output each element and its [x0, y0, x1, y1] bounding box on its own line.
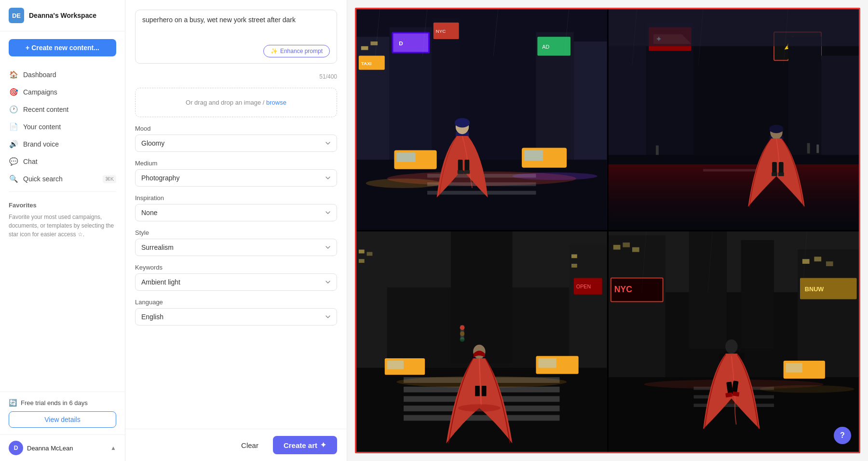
brand-voice-icon: 🔊	[9, 140, 18, 149]
workspace-name: Deanna's Workspace	[29, 12, 96, 19]
quick-search-icon: 🔍	[9, 175, 18, 183]
enhance-prompt-button[interactable]: ✨ Enhance prompt	[263, 45, 330, 57]
svg-rect-106	[741, 240, 774, 349]
svg-rect-51	[703, 169, 764, 172]
favorites-title: Favorites	[9, 202, 116, 209]
svg-rect-59	[778, 162, 783, 174]
language-select[interactable]: English Spanish French German Italian	[135, 308, 337, 325]
svg-text:NYC: NYC	[614, 284, 632, 294]
recent-icon: 🕐	[9, 105, 18, 114]
generated-image-4[interactable]: NYC BNUW	[609, 231, 859, 452]
sidebar-item-label-quick-search: Quick search	[23, 175, 63, 183]
svg-rect-91	[538, 358, 556, 368]
view-details-button[interactable]: View details	[9, 411, 116, 428]
svg-rect-2	[361, 46, 368, 50]
sidebar-divider	[9, 191, 116, 192]
workspace-avatar: DE	[9, 8, 24, 23]
keywords-label: Keywords	[135, 264, 337, 271]
inspiration-field: Inspiration None Classic Modern Abstract…	[135, 194, 337, 221]
prompt-actions: ✨ Enhance prompt	[142, 45, 330, 57]
svg-rect-61	[778, 173, 784, 176]
content-area: superhero on a busy, wet new york street…	[125, 0, 868, 461]
sidebar-header: DE Deanna's Workspace	[0, 0, 125, 31]
svg-rect-50	[609, 164, 859, 230]
style-field: Style Surrealism Realism Impressionism M…	[135, 229, 337, 256]
svg-rect-33	[464, 160, 469, 172]
svg-rect-101	[623, 242, 630, 247]
inspiration-select[interactable]: None Classic Modern Abstract Vintage	[135, 204, 337, 221]
svg-point-129	[712, 398, 750, 404]
mood-field: Mood Gloomy Happy Dramatic Calm Mysterio…	[135, 125, 337, 152]
svg-rect-58	[772, 162, 777, 174]
enhance-label: Enhance prompt	[280, 48, 323, 54]
svg-rect-53	[807, 143, 810, 154]
svg-text:TAXI: TAXI	[361, 61, 372, 66]
dashboard-icon: 🏠	[9, 70, 18, 79]
enhance-icon: ✨	[271, 48, 278, 54]
svg-rect-24	[427, 191, 536, 195]
svg-rect-105	[689, 231, 726, 349]
sidebar-item-label-campaigns: Campaigns	[23, 88, 57, 96]
sidebar-item-quick-search[interactable]: 🔍 Quick search ⌘K	[0, 170, 125, 188]
svg-rect-35	[464, 170, 470, 174]
favorites-section: Favorites Favorite your most used campai…	[0, 196, 125, 244]
mood-label: Mood	[135, 125, 337, 132]
svg-rect-28	[524, 150, 543, 161]
medium-label: Medium	[135, 160, 337, 167]
svg-rect-54	[816, 145, 819, 153]
sidebar-item-recent[interactable]: 🕐 Recent content	[0, 101, 125, 118]
keywords-select[interactable]: Ambient light Neon lights Natural light …	[135, 273, 337, 291]
generated-image-2[interactable]: ✦	[609, 9, 859, 230]
medium-field: Medium Photography Digital Art Oil Paint…	[135, 160, 337, 187]
mood-select[interactable]: Gloomy Happy Dramatic Calm Mysterious	[135, 135, 337, 152]
sidebar-item-label-dashboard: Dashboard	[23, 71, 56, 79]
svg-rect-34	[458, 170, 463, 174]
style-label: Style	[135, 229, 337, 236]
sidebar-footer: 🔄 Free trial ends in 6 days View details	[0, 392, 125, 434]
browse-link[interactable]: browse	[266, 99, 286, 106]
sidebar-item-label-brand-voice: Brand voice	[23, 140, 59, 148]
svg-rect-26	[396, 152, 415, 162]
sidebar-item-chat[interactable]: 💬 Chat	[0, 153, 125, 170]
svg-point-74	[460, 331, 465, 336]
svg-point-94	[458, 404, 501, 412]
create-art-button[interactable]: Create art ✦	[273, 436, 337, 454]
svg-rect-70	[367, 252, 373, 256]
svg-rect-68	[359, 249, 365, 253]
sidebar-item-campaigns[interactable]: 🎯 Campaigns	[0, 83, 125, 101]
svg-rect-120	[786, 363, 802, 372]
clear-button[interactable]: Clear	[232, 437, 267, 453]
image-grid-wrapper: TAXI D NYC AD	[347, 0, 868, 461]
svg-rect-48	[609, 9, 859, 46]
svg-point-124	[725, 339, 737, 353]
svg-text:D: D	[399, 40, 403, 46]
image-grid: TAXI D NYC AD	[355, 8, 860, 453]
prompt-input[interactable]: superhero on a busy, wet new york street…	[142, 16, 330, 40]
create-new-content-button[interactable]: + Create new content...	[9, 39, 116, 56]
generated-image-1[interactable]: TAXI D NYC AD	[356, 9, 607, 230]
svg-rect-69	[359, 259, 365, 263]
sidebar-item-label-your-content: Your content	[23, 123, 61, 131]
help-button[interactable]: ?	[834, 427, 851, 444]
style-select[interactable]: Surrealism Realism Impressionism Minimal…	[135, 239, 337, 256]
sidebar-item-your-content[interactable]: 📄 Your content	[0, 118, 125, 136]
generated-image-3[interactable]: OPEN	[356, 231, 607, 452]
svg-rect-96	[482, 385, 487, 396]
sidebar-item-dashboard[interactable]: 🏠 Dashboard	[0, 66, 125, 83]
svg-point-118	[760, 385, 854, 393]
chevron-up-icon: ▲	[110, 445, 116, 451]
svg-rect-77	[571, 254, 577, 258]
sidebar-item-brand-voice[interactable]: 🔊 Brand voice	[0, 136, 125, 153]
your-content-icon: 📄	[9, 122, 18, 131]
user-name: Deanna McLean	[27, 445, 73, 452]
svg-point-57	[769, 125, 783, 134]
svg-rect-32	[458, 160, 463, 172]
user-row[interactable]: D Deanna McLean ▲	[0, 434, 125, 461]
svg-text:OPEN: OPEN	[576, 283, 591, 289]
drag-drop-area[interactable]: Or drag and drop an image / browse	[135, 88, 337, 117]
favorites-description: Favorite your most used campaigns, docum…	[9, 213, 116, 239]
create-art-label: Create art	[284, 441, 317, 449]
language-field: Language English Spanish French German I…	[135, 298, 337, 325]
drag-drop-text: Or drag and drop an image /	[186, 99, 266, 106]
medium-select[interactable]: Photography Digital Art Oil Painting Wat…	[135, 169, 337, 187]
